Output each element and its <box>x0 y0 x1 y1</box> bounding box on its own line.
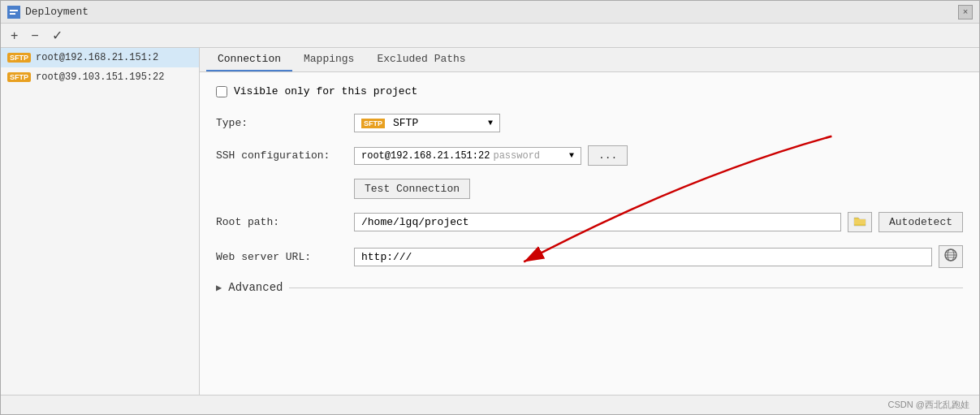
ssh-dropdown-arrow: ▼ <box>569 151 574 160</box>
confirm-button[interactable]: ✓ <box>49 29 66 42</box>
more-ssh-button[interactable]: ... <box>588 145 628 166</box>
svg-rect-2 <box>10 13 15 15</box>
ssh-config-value: root@192.168.21.151:22 <box>361 150 490 162</box>
type-dropdown-arrow: ▼ <box>488 119 493 128</box>
autodetect-button[interactable]: Autodetect <box>879 212 963 232</box>
watermark-text: CSDN @西北乱跑娃 <box>888 399 969 411</box>
type-dropdown[interactable]: SFTP SFTP ▼ <box>354 114 500 132</box>
root-path-row: Root path: Autodetect <box>216 212 963 232</box>
close-button[interactable]: × <box>958 5 973 19</box>
root-path-input[interactable] <box>354 213 841 231</box>
globe-icon <box>944 249 957 262</box>
type-label: Type: <box>216 117 354 129</box>
tab-excluded-paths[interactable]: Excluded Paths <box>365 48 477 71</box>
advanced-divider <box>289 287 963 288</box>
tab-mappings[interactable]: Mappings <box>292 48 365 71</box>
advanced-toggle-icon[interactable]: ▶ <box>216 282 222 294</box>
tab-connection[interactable]: Connection <box>206 48 292 71</box>
app-icon <box>7 6 20 19</box>
test-connection-button[interactable]: Test Connection <box>354 179 470 199</box>
visible-only-label: Visible only for this project <box>234 85 417 97</box>
advanced-row: ▶ Advanced <box>216 281 963 294</box>
toolbar: + − ✓ <box>1 24 979 48</box>
web-server-url-input[interactable] <box>354 248 932 266</box>
web-server-url-row: Web server URL: <box>216 245 963 268</box>
ssh-config-controls: root@192.168.21.151:22 password ▼ ... <box>354 145 963 166</box>
sidebar-item-0[interactable]: SFTP root@192.168.21.151:2 <box>1 48 199 67</box>
add-button[interactable]: + <box>7 29 21 42</box>
browse-folder-button[interactable] <box>848 212 872 232</box>
web-server-url-label: Web server URL: <box>216 251 354 263</box>
web-icon-button[interactable] <box>939 245 963 268</box>
svg-rect-0 <box>8 6 19 18</box>
sidebar-item-label-0: root@192.168.21.151:2 <box>36 52 158 63</box>
ssh-config-label: SSH configuration: <box>216 149 354 162</box>
ssh-password-placeholder: password <box>493 150 540 162</box>
ssh-config-dropdown[interactable]: root@192.168.21.151:22 password ▼ <box>354 147 581 165</box>
bottom-bar: CSDN @西北乱跑娃 <box>1 395 979 414</box>
advanced-label[interactable]: Advanced <box>228 281 283 294</box>
sidebar: SFTP root@192.168.21.151:2 SFTP root@39.… <box>1 48 200 395</box>
sftp-icon-1: SFTP <box>7 72 31 82</box>
window-title: Deployment <box>25 6 89 18</box>
deployment-window: Deployment × + − ✓ SFTP root@192.168.21.… <box>0 0 980 415</box>
title-bar-left: Deployment <box>7 6 89 19</box>
title-bar: Deployment × <box>1 1 979 24</box>
sftp-type-icon: SFTP <box>361 119 385 128</box>
web-url-controls <box>354 245 963 268</box>
type-row: Type: SFTP SFTP ▼ <box>216 114 963 132</box>
folder-icon <box>853 215 866 227</box>
sidebar-item-label-1: root@39.103.151.195:22 <box>36 71 164 83</box>
root-path-controls: Autodetect <box>354 212 963 232</box>
sidebar-item-1[interactable]: SFTP root@39.103.151.195:22 <box>1 67 199 87</box>
remove-button[interactable]: − <box>28 29 41 42</box>
svg-rect-1 <box>10 10 18 11</box>
visible-only-row: Visible only for this project <box>216 85 963 97</box>
main-area: SFTP root@192.168.21.151:2 SFTP root@39.… <box>1 48 979 395</box>
type-controls: SFTP SFTP ▼ <box>354 114 963 132</box>
type-value: SFTP <box>393 117 418 129</box>
content-area: Connection Mappings Excluded Paths Visib… <box>200 48 979 395</box>
visible-only-checkbox[interactable] <box>216 86 227 97</box>
test-connection-row: Test Connection <box>216 179 963 199</box>
sftp-icon-0: SFTP <box>7 53 31 63</box>
form-area: Visible only for this project Type: SFTP… <box>200 72 979 395</box>
ssh-config-row: SSH configuration: root@192.168.21.151:2… <box>216 145 963 166</box>
tabs: Connection Mappings Excluded Paths <box>200 48 979 72</box>
root-path-label: Root path: <box>216 216 354 228</box>
